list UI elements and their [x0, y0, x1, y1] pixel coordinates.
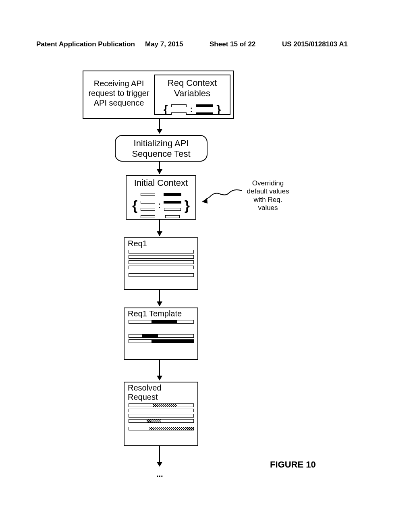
brace-left-2: { [132, 198, 137, 212]
svg-marker-0 [202, 198, 208, 204]
hdr-date: May 7, 2015 [145, 40, 183, 48]
initial-context-title: Initial Context [127, 178, 195, 188]
flowchart: Receiving API request to trigger API seq… [0, 71, 411, 506]
resolved-title1: Resolved [125, 383, 197, 393]
req-context-variables-box: Req Context Variables { : } [154, 75, 230, 115]
colon: : [190, 105, 193, 113]
step-initial-context: Initial Context { : } [126, 175, 196, 220]
arrow-2 [159, 162, 160, 174]
resolved-title2: Request [125, 393, 197, 402]
req1-template-title: Req1 Template [125, 309, 197, 318]
step-receiving-container: Receiving API request to trigger API seq… [83, 71, 234, 119]
step-req1-template: Req1 Template [124, 308, 198, 360]
arrow-5 [159, 360, 160, 380]
brace-left: { [164, 104, 168, 115]
hdr-docnum: US 2015/0128103 A1 [282, 40, 348, 48]
annotation-override: Overriding default values with Req. valu… [244, 179, 292, 212]
step-req1: Req1 [124, 237, 198, 290]
figure-label: FIGURE 10 [270, 459, 316, 470]
step-receiving-text: Receiving API request to trigger API seq… [87, 79, 151, 108]
hdr-sheet: Sheet 15 of 22 [210, 40, 255, 48]
arrow-3 [159, 220, 160, 236]
step-initializing: Initializing API Sequence Test [115, 135, 208, 162]
arrow-6 [159, 446, 160, 466]
hdr-publication: Patent Application Publication [36, 40, 135, 48]
arrow-4 [159, 290, 160, 306]
req1-title: Req1 [125, 239, 197, 248]
step-resolved-request: Resolved Request [124, 382, 198, 446]
colon-2: : [158, 201, 161, 209]
brace-right-2: } [185, 198, 190, 212]
req-context-variables-title: Req Context Variables [155, 78, 230, 99]
step-initializing-text: Initializing API Sequence Test [116, 138, 207, 159]
ellipsis: ... [156, 470, 163, 479]
brace-right: } [216, 104, 221, 115]
squiggle-arrow [197, 187, 246, 208]
arrow-1 [159, 119, 160, 133]
